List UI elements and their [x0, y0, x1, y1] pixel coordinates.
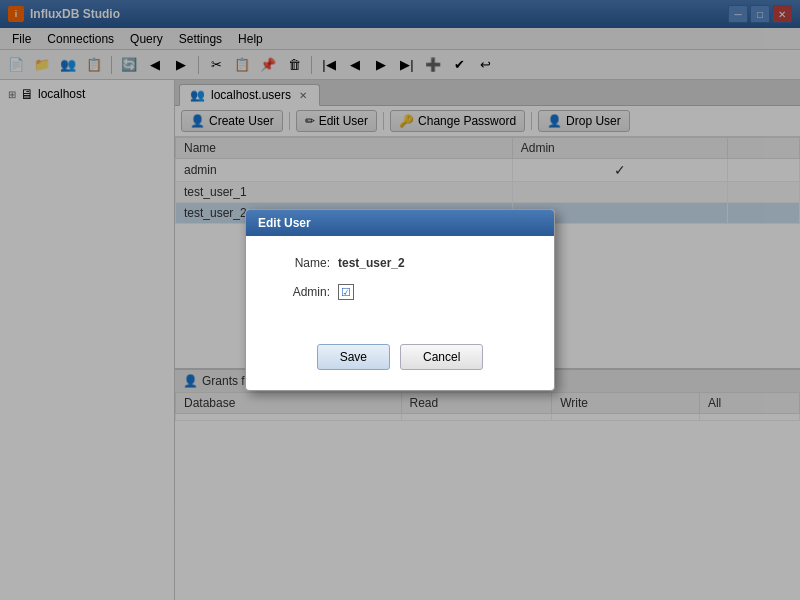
admin-checkbox[interactable]: ☑ [338, 284, 354, 300]
save-button[interactable]: Save [317, 344, 390, 370]
cancel-button[interactable]: Cancel [400, 344, 483, 370]
modal-title-bar: Edit User [246, 210, 554, 236]
name-value: test_user_2 [338, 256, 405, 270]
modal-overlay: Edit User Name: test_user_2 Admin: ☑ Sav… [0, 0, 800, 600]
modal-title: Edit User [258, 216, 311, 230]
form-row-name: Name: test_user_2 [270, 256, 530, 270]
admin-label: Admin: [270, 285, 330, 299]
form-row-admin: Admin: ☑ [270, 284, 530, 300]
name-label: Name: [270, 256, 330, 270]
edit-user-modal: Edit User Name: test_user_2 Admin: ☑ Sav… [245, 209, 555, 391]
modal-footer: Save Cancel [246, 334, 554, 390]
modal-body: Name: test_user_2 Admin: ☑ [246, 236, 554, 334]
